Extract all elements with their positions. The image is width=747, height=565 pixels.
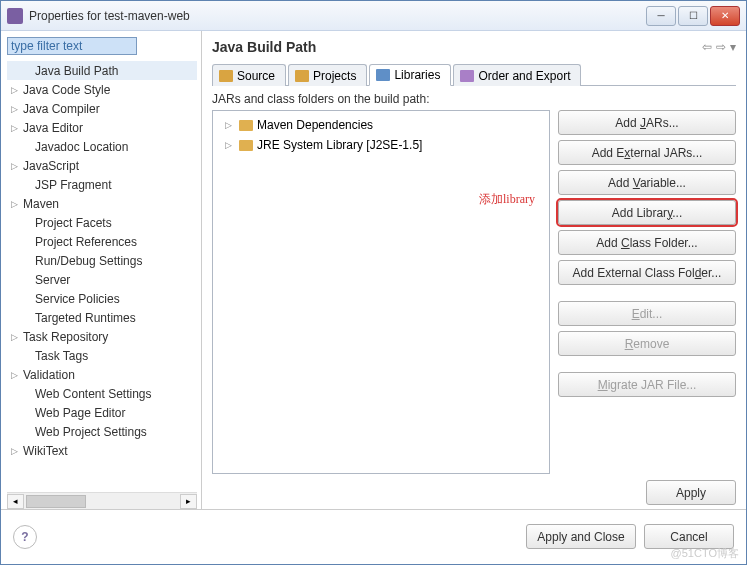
expand-icon[interactable]: ▷ [11,123,23,133]
expand-icon[interactable]: ▷ [225,120,235,130]
expand-icon[interactable]: ▷ [11,370,23,380]
tree-item-label: Validation [23,368,75,382]
tab-icon [460,70,474,82]
tree-item[interactable]: ▷Java Compiler [7,99,197,118]
library-item[interactable]: ▷JRE System Library [J2SE-1.5] [217,135,545,155]
library-icon [239,120,253,131]
tree-item[interactable]: Javadoc Location [7,137,197,156]
tree-item[interactable]: ▷Java Editor [7,118,197,137]
expand-icon[interactable]: ▷ [11,85,23,95]
nav-tree[interactable]: Java Build Path▷Java Code Style▷Java Com… [7,61,197,492]
tab-label: Libraries [394,68,440,82]
tree-item[interactable]: ▷Validation [7,365,197,384]
menu-icon[interactable]: ▾ [730,40,736,54]
close-button[interactable]: ✕ [710,6,740,26]
tree-item-label: Web Project Settings [35,425,147,439]
tree-item-label: Targeted Runtimes [35,311,136,325]
tree-item-label: Web Content Settings [35,387,152,401]
forward-icon[interactable]: ⇨ [716,40,726,54]
tab-icon [219,70,233,82]
button-column: Add JARs... Add External JARs... Add Var… [558,110,736,474]
page-title: Java Build Path [212,39,702,55]
tab-source[interactable]: Source [212,64,286,86]
tabs: SourceProjectsLibrariesOrder and Export [212,63,736,86]
expand-icon[interactable]: ▷ [11,446,23,456]
tree-item[interactable]: Web Project Settings [7,422,197,441]
filter-input[interactable] [7,37,137,55]
tree-item-label: Maven [23,197,59,211]
tab-libraries[interactable]: Libraries [369,64,451,86]
help-icon[interactable]: ? [13,525,37,549]
minimize-button[interactable]: ─ [646,6,676,26]
library-icon [239,140,253,151]
expand-icon[interactable]: ▷ [225,140,235,150]
tree-item[interactable]: Service Policies [7,289,197,308]
nav-arrows: ⇦ ⇨ ▾ [702,40,736,54]
tree-item-label: Java Build Path [35,64,118,78]
sidebar: Java Build Path▷Java Code Style▷Java Com… [1,31,202,509]
tab-label: Source [237,69,275,83]
tree-item-label: Java Compiler [23,102,100,116]
tab-icon [376,69,390,81]
tree-item-label: WikiText [23,444,68,458]
add-variable-button[interactable]: Add Variable... [558,170,736,195]
tab-projects[interactable]: Projects [288,64,367,86]
build-path-label: JARs and class folders on the build path… [212,92,736,106]
main-pane: Java Build Path ⇦ ⇨ ▾ SourceProjectsLibr… [202,31,746,509]
tree-item-label: JavaScript [23,159,79,173]
edit-button[interactable]: Edit... [558,301,736,326]
tree-item[interactable]: Run/Debug Settings [7,251,197,270]
tree-item[interactable]: ▷Task Repository [7,327,197,346]
expand-icon[interactable]: ▷ [11,161,23,171]
app-icon [7,8,23,24]
tree-item-label: Service Policies [35,292,120,306]
tree-item-label: JSP Fragment [35,178,111,192]
library-tree[interactable]: ▷Maven Dependencies▷JRE System Library [… [212,110,550,474]
tree-item-label: Task Tags [35,349,88,363]
library-item[interactable]: ▷Maven Dependencies [217,115,545,135]
tree-item[interactable]: Server [7,270,197,289]
tree-item[interactable]: ▷Java Code Style [7,80,197,99]
tree-item-label: Run/Debug Settings [35,254,142,268]
remove-button[interactable]: Remove [558,331,736,356]
tree-item[interactable]: Targeted Runtimes [7,308,197,327]
tree-item-label: Project Facets [35,216,112,230]
tree-item[interactable]: ▷Maven [7,194,197,213]
add-jars-button[interactable]: Add JARs... [558,110,736,135]
library-label: JRE System Library [J2SE-1.5] [257,138,422,152]
tab-order-and-export[interactable]: Order and Export [453,64,581,86]
scroll-left-icon[interactable]: ◂ [7,494,24,509]
scroll-right-icon[interactable]: ▸ [180,494,197,509]
back-icon[interactable]: ⇦ [702,40,712,54]
horizontal-scrollbar[interactable]: ◂ ▸ [7,492,197,509]
apply-button[interactable]: Apply [646,480,736,505]
add-external-jars-button[interactable]: Add External JARs... [558,140,736,165]
tree-item[interactable]: Task Tags [7,346,197,365]
tree-item[interactable]: Web Page Editor [7,403,197,422]
watermark: @51CTO博客 [671,546,739,561]
expand-icon[interactable]: ▷ [11,199,23,209]
window-title: Properties for test-maven-web [29,9,646,23]
add-class-folder-button[interactable]: Add Class Folder... [558,230,736,255]
tree-item[interactable]: ▷JavaScript [7,156,197,175]
tree-item-label: Javadoc Location [35,140,128,154]
tree-item[interactable]: Java Build Path [7,61,197,80]
maximize-button[interactable]: ☐ [678,6,708,26]
apply-and-close-button[interactable]: Apply and Close [526,524,636,549]
tab-label: Order and Export [478,69,570,83]
tree-item[interactable]: Web Content Settings [7,384,197,403]
tree-item-label: Java Editor [23,121,83,135]
add-external-class-folder-button[interactable]: Add External Class Folder... [558,260,736,285]
expand-icon[interactable]: ▷ [11,332,23,342]
tree-item[interactable]: JSP Fragment [7,175,197,194]
migrate-jar-button[interactable]: Migrate JAR File... [558,372,736,397]
scroll-thumb[interactable] [26,495,86,508]
tree-item[interactable]: Project Facets [7,213,197,232]
annotation-text: 添加library [479,191,535,208]
add-library-button[interactable]: Add Library... [558,200,736,225]
library-label: Maven Dependencies [257,118,373,132]
expand-icon[interactable]: ▷ [11,104,23,114]
tree-item[interactable]: ▷WikiText [7,441,197,460]
tab-icon [295,70,309,82]
tree-item[interactable]: Project References [7,232,197,251]
